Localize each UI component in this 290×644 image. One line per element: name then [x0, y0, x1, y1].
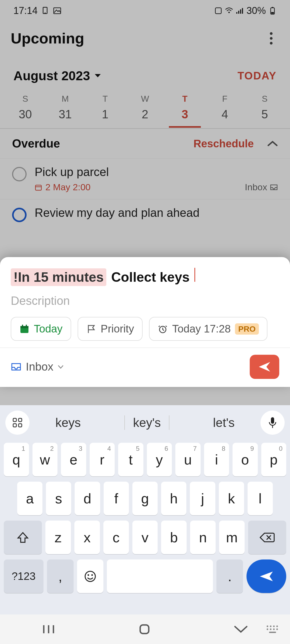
suggestion-3[interactable]: let's — [205, 415, 242, 430]
home-button[interactable] — [138, 623, 151, 636]
day-number: 5 — [261, 108, 268, 121]
key-w[interactable]: w2 — [32, 443, 58, 476]
suggestion-2[interactable]: key's — [124, 415, 169, 430]
task-row[interactable]: Pick up parcel 2 May 2:00 Inbox — [0, 158, 290, 199]
submit-task-button[interactable] — [250, 355, 279, 379]
key-s[interactable]: s — [46, 482, 71, 515]
emoji-key[interactable] — [77, 559, 104, 593]
key-l[interactable]: l — [248, 482, 273, 515]
project-label: Inbox — [26, 360, 53, 373]
svg-point-37 — [276, 625, 278, 627]
enter-key[interactable] — [247, 559, 286, 593]
reschedule-button[interactable]: Reschedule — [193, 138, 254, 150]
task-title-text: Collect keys — [111, 269, 190, 285]
key-t[interactable]: t5 — [118, 443, 143, 476]
day-column[interactable]: T 3 — [165, 94, 205, 128]
reminder-chip[interactable]: Today 17:28 PRO — [149, 317, 267, 341]
due-date-label: Today — [34, 323, 63, 335]
day-column[interactable]: T 1 — [85, 94, 125, 128]
key-f[interactable]: f — [104, 482, 129, 515]
svg-rect-5 — [236, 12, 237, 14]
backspace-icon — [260, 532, 275, 543]
recents-button[interactable] — [41, 624, 56, 635]
collapse-button[interactable] — [267, 140, 278, 147]
svg-rect-22 — [13, 418, 16, 422]
task-title: Pick up parcel — [35, 165, 278, 179]
key-c[interactable]: c — [103, 521, 129, 554]
priority-chip[interactable]: Priority — [78, 317, 143, 341]
task-checkbox[interactable] — [12, 208, 27, 222]
svg-rect-20 — [26, 325, 27, 327]
svg-rect-10 — [272, 7, 273, 8]
task-checkbox[interactable] — [12, 167, 27, 181]
month-picker[interactable]: August 2023 — [13, 68, 101, 83]
day-column[interactable]: F 4 — [205, 94, 245, 128]
day-number: 1 — [102, 108, 108, 121]
backspace-key[interactable] — [248, 521, 286, 554]
svg-rect-25 — [19, 424, 22, 427]
key-p[interactable]: p0 — [261, 443, 287, 476]
task-title: Review my day and plan ahead — [35, 206, 278, 219]
key-a[interactable]: a — [17, 482, 42, 515]
key-e[interactable]: e3 — [61, 443, 86, 476]
task-due-date: 2 May 2:00 — [35, 182, 90, 192]
svg-rect-23 — [19, 418, 22, 422]
symbols-key[interactable]: ?123 — [4, 559, 44, 593]
status-bar: 17:14 30% — [0, 0, 290, 21]
key-o[interactable]: o9 — [233, 443, 258, 476]
weekday-label: M — [62, 94, 69, 104]
due-date-chip[interactable]: Today — [11, 317, 71, 341]
svg-rect-24 — [13, 424, 16, 427]
svg-rect-15 — [35, 185, 41, 190]
key-n[interactable]: n — [190, 521, 216, 554]
back-button[interactable] — [233, 624, 249, 634]
key-r[interactable]: r4 — [90, 443, 115, 476]
keyboard-tools-button[interactable] — [5, 411, 30, 435]
reminder-label: Today 17:28 — [172, 323, 231, 335]
more-menu-button[interactable] — [263, 30, 279, 46]
voice-input-button[interactable] — [260, 411, 285, 435]
key-x[interactable]: x — [74, 521, 100, 554]
key-b[interactable]: b — [161, 521, 187, 554]
day-number: 30 — [19, 108, 32, 121]
period-key[interactable]: . — [216, 559, 243, 593]
key-q[interactable]: q1 — [4, 443, 29, 476]
svg-point-36 — [273, 625, 275, 627]
key-j[interactable]: j — [190, 482, 215, 515]
keyboard-switch-button[interactable] — [266, 625, 279, 634]
task-title-input[interactable]: !In 15 minutes Collect keys — [11, 268, 279, 286]
space-key[interactable] — [107, 559, 213, 593]
key-d[interactable]: d — [75, 482, 100, 515]
suggestion-1[interactable]: keys — [47, 415, 89, 430]
key-u[interactable]: u7 — [175, 443, 201, 476]
comma-key[interactable]: , — [47, 559, 74, 593]
key-k[interactable]: k — [219, 482, 244, 515]
key-h[interactable]: h — [161, 482, 186, 515]
key-z[interactable]: z — [45, 521, 71, 554]
today-button[interactable]: TODAY — [237, 70, 277, 82]
day-column[interactable]: S 5 — [245, 94, 285, 128]
shift-key[interactable] — [4, 521, 42, 554]
svg-rect-3 — [215, 8, 221, 14]
nl-date-chip[interactable]: !In 15 minutes — [11, 268, 106, 286]
day-column[interactable]: S 30 — [5, 94, 45, 128]
day-column[interactable]: M 31 — [45, 94, 85, 128]
key-m[interactable]: m — [219, 521, 245, 554]
day-column[interactable]: W 2 — [125, 94, 165, 128]
svg-rect-33 — [140, 625, 149, 634]
wifi-icon — [225, 7, 233, 15]
description-input[interactable]: Description — [11, 294, 279, 308]
svg-point-14 — [270, 42, 273, 45]
key-v[interactable]: v — [132, 521, 158, 554]
project-selector[interactable]: Inbox — [11, 360, 64, 373]
key-g[interactable]: g — [132, 482, 158, 515]
mic-icon — [268, 417, 277, 429]
task-row[interactable]: Review my day and plan ahead — [0, 199, 290, 229]
svg-point-1 — [45, 12, 46, 13]
svg-point-13 — [270, 37, 273, 40]
key-y[interactable]: y6 — [147, 443, 172, 476]
image-icon — [53, 7, 61, 15]
page-title: Upcoming — [11, 30, 84, 47]
svg-rect-7 — [240, 9, 241, 14]
key-i[interactable]: i8 — [204, 443, 229, 476]
